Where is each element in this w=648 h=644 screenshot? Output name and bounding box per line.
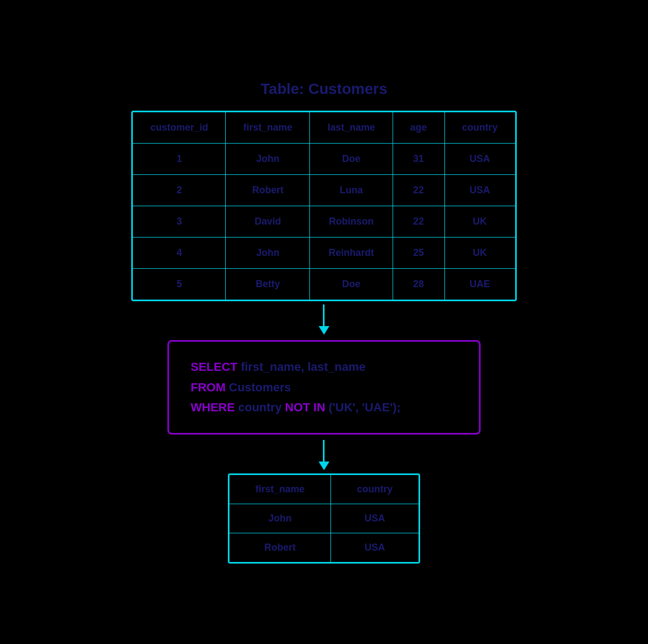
sql-text-select: first_name, last_name [238,360,366,374]
table-row: 4JohnReinhardt25UK [133,238,515,269]
table-row: 2RobertLuna22USA [133,175,515,206]
arrow-head-1 [319,326,329,335]
sql-keyword-from: FROM [191,381,226,394]
page-title: Table: Customers [261,80,387,98]
sql-line-2: FROM Customers [191,377,457,397]
result-table-wrapper: first_name country JohnUSARobertUSA [228,473,420,564]
col-header-last-name: last_name [310,112,393,144]
col-header-age: age [393,112,444,144]
table-cell: 22 [393,175,444,206]
table-cell: 5 [133,269,226,300]
arrow-down-2 [319,440,329,470]
arrow-line-1 [323,304,325,326]
col-header-first-name: first_name [226,112,310,144]
sql-line-1: SELECT first_name, last_name [191,357,457,377]
table-row: 3DavidRobinson22UK [133,206,515,238]
table-cell: 25 [393,238,444,269]
table-cell: Doe [310,144,393,175]
sql-text-not-in-values: ('UK', 'UAE'); [325,401,400,414]
table-cell: Robert [226,175,310,206]
result-cell: USA [331,533,419,562]
sql-text-where-country: country [235,401,285,414]
table-cell: 3 [133,206,226,238]
sql-keyword-not-in: NOT IN [285,401,326,414]
result-table-body: JohnUSARobertUSA [229,504,418,562]
sql-keyword-select: SELECT [191,360,238,374]
table-cell: 28 [393,269,444,300]
arrow-head-2 [319,462,329,470]
result-cell: John [229,504,330,533]
table-cell: Betty [226,269,310,300]
result-col-first-name: first_name [229,474,330,504]
result-cell: USA [331,504,419,533]
table-cell: Robinson [310,206,393,238]
sql-box: SELECT first_name, last_name FROM Custom… [167,340,481,434]
table-row: 5BettyDoe28UAE [133,269,515,300]
col-header-customer-id: customer_id [133,112,226,144]
table-cell: 2 [133,175,226,206]
table-cell: 4 [133,238,226,269]
result-header-row: first_name country [229,474,418,504]
customers-table-wrapper: customer_id first_name last_name age cou… [131,111,516,301]
sql-keyword-where: WHERE [191,401,235,414]
result-cell: Robert [229,533,330,562]
customers-table-body: 1JohnDoe31USA2RobertLuna22USA3DavidRobin… [133,144,515,300]
customers-table: customer_id first_name last_name age cou… [132,112,515,300]
table-row: 1JohnDoe31USA [133,144,515,175]
result-row: RobertUSA [229,533,418,562]
col-header-country: country [444,112,515,144]
table-cell: John [226,238,310,269]
result-col-country: country [331,474,419,504]
table-cell: 1 [133,144,226,175]
table-cell: 31 [393,144,444,175]
arrow-line-2 [323,440,325,462]
table-cell: 22 [393,206,444,238]
table-cell: UAE [444,269,515,300]
table-cell: UK [444,238,515,269]
table-cell: USA [444,175,515,206]
main-container: Table: Customers customer_id first_name … [131,59,516,585]
table-cell: Doe [310,269,393,300]
table-cell: Reinhardt [310,238,393,269]
table-cell: John [226,144,310,175]
sql-line-3: WHERE country NOT IN ('UK', 'UAE'); [191,397,457,417]
table-cell: USA [444,144,515,175]
sql-text-from: Customers [226,381,291,394]
result-row: JohnUSA [229,504,418,533]
table-cell: UK [444,206,515,238]
table-cell: Luna [310,175,393,206]
table-cell: David [226,206,310,238]
result-table: first_name country JohnUSARobertUSA [229,474,419,562]
table-header-row: customer_id first_name last_name age cou… [133,112,515,144]
arrow-down-1 [319,304,329,335]
